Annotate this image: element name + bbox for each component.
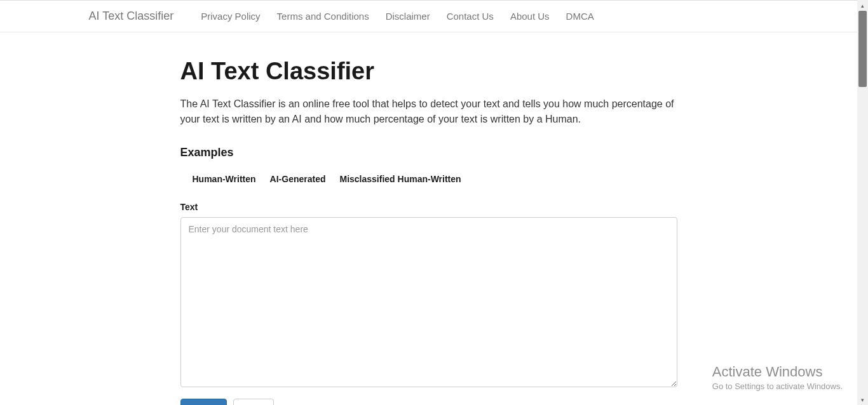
page-viewport: AI Text Classifier Privacy Policy Terms … (0, 0, 857, 405)
main-content: AI Text Classifier The AI Text Classifie… (180, 32, 677, 405)
nav-link-privacy-policy[interactable]: Privacy Policy (193, 2, 268, 30)
navbar-brand[interactable]: AI Text Classifier (89, 10, 174, 23)
nav-link-terms-and-conditions[interactable]: Terms and Conditions (269, 2, 377, 30)
nav-link-about-us[interactable]: About Us (502, 2, 558, 30)
nav-link-disclaimer[interactable]: Disclaimer (377, 2, 438, 30)
scroll-thumb[interactable] (858, 11, 867, 87)
nav-link-contact-us[interactable]: Contact Us (438, 2, 502, 30)
navbar: AI Text Classifier Privacy Policy Terms … (0, 1, 857, 32)
text-label: Text (180, 202, 677, 212)
nav-link-dmca[interactable]: DMCA (558, 2, 602, 30)
page-description: The AI Text Classifier is an online free… (180, 96, 677, 127)
page-title: AI Text Classifier (180, 58, 677, 85)
navbar-inner: AI Text Classifier Privacy Policy Terms … (89, 1, 769, 32)
document-text-input[interactable] (180, 217, 677, 387)
scroll-track[interactable] (857, 11, 868, 394)
navbar-nav: Privacy Policy Terms and Conditions Disc… (193, 11, 602, 22)
submit-button[interactable]: Submit (180, 399, 227, 405)
button-row: Submit Clear (180, 399, 677, 405)
examples-heading: Examples (180, 146, 677, 159)
example-tabs: Human-Written AI-Generated Misclassified… (180, 169, 677, 189)
tab-misclassified-human-written[interactable]: Misclassified Human-Written (333, 169, 468, 189)
tab-human-written[interactable]: Human-Written (186, 169, 263, 189)
clear-button[interactable]: Clear (233, 399, 273, 405)
scroll-down-icon[interactable]: ▾ (857, 394, 868, 405)
content-wrap: AI Text Classifier Privacy Policy Terms … (0, 1, 857, 405)
scrollbar[interactable]: ▴ ▾ (857, 0, 868, 405)
tab-ai-generated[interactable]: AI-Generated (263, 169, 333, 189)
scroll-up-icon[interactable]: ▴ (857, 0, 868, 11)
